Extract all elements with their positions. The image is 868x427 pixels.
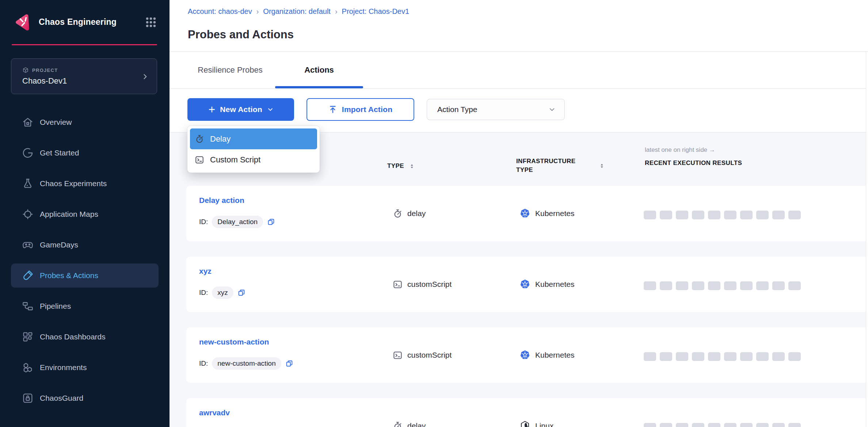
page-title: Probes and Actions [188,28,294,41]
menu-item-label: Delay [210,134,231,144]
menu-item-custom-script[interactable]: Custom Script [190,149,317,170]
get-started-icon [22,147,34,159]
sidebar-item-chaos-experiments[interactable]: Chaos Experiments [11,172,159,196]
table-row: new-custom-actionID:new-custom-actioncus… [186,327,868,383]
import-action-label: Import Action [342,105,392,114]
sidebar-item-label: Overview [40,118,72,127]
infrastructure-value: Linux [535,422,553,427]
sort-icon[interactable] [599,162,605,169]
column-header-results: RECENT EXECUTION RESULTS [645,159,742,167]
flask-icon [22,178,34,189]
terminal-icon [393,280,403,289]
execution-result-placeholder [708,352,720,361]
sidebar-item-overview[interactable]: Overview [11,110,159,134]
execution-result-placeholder [772,352,785,361]
sidebar-item-label: Application Maps [40,210,98,219]
chaos-engineering-logo-icon [12,13,32,32]
sidebar-header: Chaos Engineering [0,0,170,44]
action-type-label: Action Type [437,105,548,114]
terminal-icon [195,155,204,165]
execution-result-placeholder [740,423,753,427]
action-name-link[interactable]: awrvadv [199,408,230,417]
linux-icon [519,420,530,427]
infrastructure-cell: Kubernetes [519,327,574,383]
scrollbar-gutter [866,52,868,427]
execution-result-placeholder [724,211,736,219]
chevron-down-icon [548,106,556,113]
sidebar-item-chaosguard[interactable]: ChaosGuard [11,386,159,410]
action-id-row: ID:Delay_action [199,215,275,229]
execution-result-placeholder [724,423,736,427]
sidebar-item-application-maps[interactable]: Application Maps [11,202,159,226]
execution-result-placeholder [660,423,672,427]
lock-icon [22,392,34,404]
id-label: ID: [199,359,208,368]
copy-icon[interactable] [267,218,275,226]
stopwatch-icon [393,421,403,427]
execution-result-placeholder [724,281,736,290]
new-action-dropdown-menu: DelayCustom Script [187,126,320,173]
type-value: customScript [407,280,452,289]
brand-divider [12,44,157,45]
copy-icon[interactable] [237,289,245,297]
recent-execution-results [644,423,801,427]
sort-icon[interactable] [409,163,415,170]
action-type-select[interactable]: Action Type [427,99,565,120]
import-action-button[interactable]: Import Action [307,98,414,121]
infrastructure-value: Kubernetes [535,280,574,289]
menu-item-delay[interactable]: Delay [190,128,317,149]
sidebar-item-label: Chaos Experiments [40,179,107,188]
copy-icon[interactable] [285,359,293,368]
execution-result-placeholder [788,352,801,361]
stopwatch-icon [393,209,403,219]
execution-result-placeholder [756,423,769,427]
type-cell: customScript [393,257,452,312]
pipeline-icon [22,300,34,312]
gamepad-icon [22,239,34,251]
execution-result-placeholder [644,423,656,427]
app-switcher-grid-icon[interactable] [145,16,157,28]
table-row: Delay actionID:Delay_actiondelayKubernet… [186,186,868,241]
action-id-row: ID:xyz [199,286,245,300]
execution-result-placeholder [772,211,785,219]
infrastructure-value: Kubernetes [535,209,574,218]
plus-icon [208,105,216,114]
execution-result-placeholder [740,211,753,219]
sidebar-item-pipelines[interactable]: Pipelines [11,294,159,318]
dashboard-icon [22,331,34,343]
sidebar-item-probes-actions[interactable]: Probes & Actions [11,263,159,288]
sidebar-item-get-started[interactable]: Get Started [11,141,159,165]
sidebar-item-gamedays[interactable]: GameDays [11,233,159,257]
execution-result-placeholder [644,211,656,219]
new-action-button[interactable]: New Action [187,98,294,121]
tab-resilience-probes[interactable]: Resilience Probes [186,52,274,88]
sidebar-item-label: GameDays [40,241,78,249]
sidebar-item-label: Chaos Dashboards [40,332,106,341]
project-selector[interactable]: PROJECT Chaos-Dev1 [11,58,157,94]
breadcrumb-link-0[interactable]: Account: chaos-dev [188,7,252,16]
action-id-value: xyz [212,286,233,299]
execution-result-placeholder [740,352,753,361]
execution-result-placeholder [692,211,704,219]
sidebar-item-chaos-dashboards[interactable]: Chaos Dashboards [11,325,159,349]
results-hint: latest one on right side → [645,146,715,154]
breadcrumb-link-1[interactable]: Organization: default [263,7,331,16]
execution-result-placeholder [788,211,801,219]
action-name-link[interactable]: new-custom-action [199,338,269,346]
target-icon [22,208,34,220]
type-cell: delay [393,398,426,427]
tab-actions[interactable]: Actions [275,52,363,88]
execution-result-placeholder [644,352,656,361]
execution-result-placeholder [772,423,785,427]
actions-table: TYPE INFRASTRUCTURE TYPE latest one on r… [170,132,868,427]
id-label: ID: [199,218,208,226]
hexagons-icon [22,362,34,373]
execution-result-placeholder [708,211,720,219]
action-name-link[interactable]: xyz [199,267,212,276]
action-id-value: new-custom-action [212,357,281,370]
sidebar-item-label: ChaosGuard [40,394,83,403]
sidebar-item-environments[interactable]: Environments [11,355,159,380]
breadcrumb-link-2[interactable]: Project: Chaos-Dev1 [342,7,410,16]
sidebar-nav: OverviewGet StartedChaos ExperimentsAppl… [11,110,159,417]
action-name-link[interactable]: Delay action [199,196,244,205]
